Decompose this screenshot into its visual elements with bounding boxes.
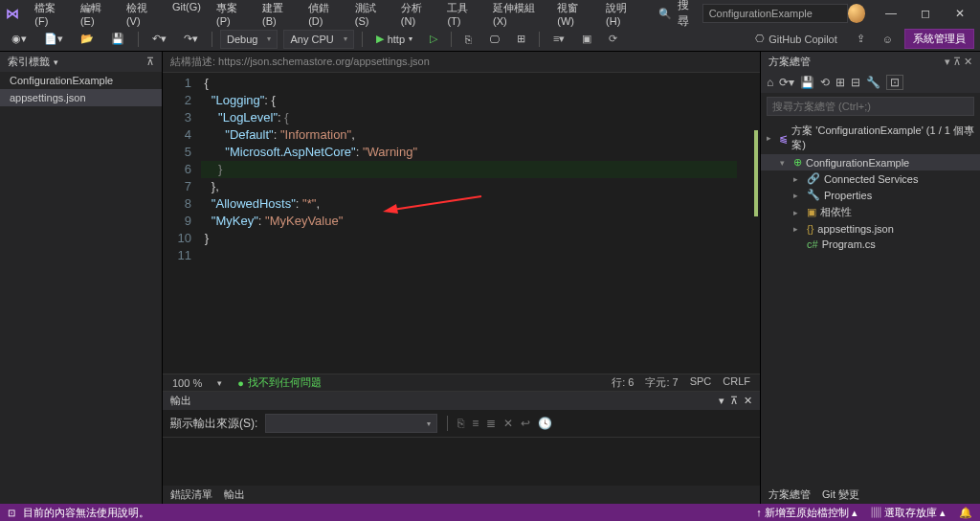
rp-home-icon[interactable]: ⌂ <box>767 76 773 89</box>
toolbar-icon-3[interactable]: ⊞ <box>511 30 531 49</box>
output-icon-5[interactable]: ↩ <box>521 417 530 430</box>
undo-button[interactable]: ↶▾ <box>146 30 172 49</box>
menu-debug[interactable]: 偵錯(D) <box>301 0 347 31</box>
output-body[interactable] <box>163 438 760 486</box>
menu-git[interactable]: Git(G) <box>165 0 209 31</box>
output-unpin-icon[interactable]: ⊼ <box>730 395 738 407</box>
zoom-level[interactable]: 100 % <box>172 377 202 389</box>
rp-showall-icon[interactable]: ⊞ <box>835 76 845 89</box>
menu-file[interactable]: 檔案(F) <box>27 0 73 31</box>
user-avatar[interactable] <box>848 4 865 23</box>
source-control-button[interactable]: ↑ 新增至原始檔控制 ▴ <box>756 506 858 520</box>
solution-search <box>767 97 974 116</box>
code-editor[interactable]: 1234567891011 { "Logging": { "LogLevel":… <box>163 73 760 374</box>
editor-status-bar: 100 % ▾ ● 找不到任何問題 行: 6 字元: 7 SPC CRLF <box>163 374 760 391</box>
left-tree-appsettings[interactable]: appsettings.json <box>0 89 162 106</box>
config-combo[interactable]: Debug <box>220 30 278 49</box>
status-message: 目前的內容無法使用說明。 <box>23 506 149 520</box>
open-button[interactable]: 📂 <box>75 30 100 49</box>
rp-pin-icon[interactable]: ▾ ⊼ ✕ <box>945 56 972 68</box>
solution-explorer: 方案總管 ▾ ⊼ ✕ ⌂ ⟳▾ 💾 ⟲ ⊞ ⊟ 🔧 ⊡ ▸⫹方案 'Config… <box>760 52 980 504</box>
start-nodbg-button[interactable]: ▷ <box>424 30 443 49</box>
platform-combo[interactable]: Any CPU <box>283 30 353 49</box>
properties-node[interactable]: ▸🔧Properties <box>761 187 980 203</box>
rp-view-icon[interactable]: ⊡ <box>886 75 903 90</box>
redo-button[interactable]: ↷▾ <box>178 30 204 49</box>
main-area: 索引標籤▾ ⊼ ConfigurationExample appsettings… <box>0 52 980 504</box>
menu-project[interactable]: 專案(P) <box>209 0 255 31</box>
menu-analyze[interactable]: 分析(N) <box>393 0 440 31</box>
copilot-indicator[interactable]: ⎔ GitHub Copilot <box>755 33 837 45</box>
output-title: 輸出 <box>170 394 191 408</box>
close-button[interactable]: ✕ <box>944 2 976 25</box>
main-menu: 檔案(F) 編輯(E) 檢視(V) Git(G) 專案(P) 建置(B) 偵錯(… <box>27 0 644 31</box>
left-tree-project[interactable]: ConfigurationExample <box>0 72 162 89</box>
output-pin-icon[interactable]: ▾ <box>719 395 724 407</box>
rp-collapse-icon[interactable]: ⊟ <box>851 76 860 89</box>
eol-mode[interactable]: CRLF <box>723 375 750 390</box>
pin-icon[interactable]: ⊼ <box>146 56 154 68</box>
output-icon-1[interactable]: ⎘ <box>457 417 464 430</box>
code-content[interactable]: { "Logging": { "LogLevel": { "Default": … <box>201 73 737 374</box>
menu-window[interactable]: 視窗(W) <box>549 0 598 31</box>
output-icon-3[interactable]: ≣ <box>486 417 496 430</box>
output-close-icon[interactable]: ✕ <box>744 395 752 407</box>
output-icon-4[interactable]: ✕ <box>503 417 513 430</box>
toolbar-icon-2[interactable]: 🖵 <box>483 30 505 49</box>
repo-select-button[interactable]: ▥ 選取存放庫 ▴ <box>871 506 946 520</box>
tab-git-changes[interactable]: Git 變更 <box>822 487 859 502</box>
menu-test[interactable]: 測試(S) <box>347 0 393 31</box>
start-button[interactable]: ▶http▾ <box>370 30 418 49</box>
menu-help[interactable]: 說明(H) <box>598 0 645 31</box>
output-icon-6[interactable]: 🕓 <box>538 417 552 430</box>
tab-error-list[interactable]: 錯誤清單 <box>170 487 212 502</box>
status-bar: ⊡ 目前的內容無法使用說明。 ↑ 新增至原始檔控制 ▴ ▥ 選取存放庫 ▴ 🔔 <box>0 504 980 521</box>
menu-tools[interactable]: 工具(T) <box>439 0 485 31</box>
solution-search-input[interactable] <box>767 97 974 116</box>
share-button[interactable]: ⇪ <box>851 30 871 49</box>
save-button[interactable]: 💾 <box>105 30 130 49</box>
toolbar-icon-4[interactable]: ≡▾ <box>547 30 570 49</box>
toolbar-icon-1[interactable]: ⎘ <box>459 30 478 49</box>
output-icon-2[interactable]: ≡ <box>472 417 479 430</box>
title-search-label: 搜尋 <box>678 0 697 30</box>
sln-node[interactable]: ▸⫹方案 'ConfigurationExample' (1 / 1 個專案) <box>761 122 980 154</box>
maximize-button[interactable]: ◻ <box>909 2 942 25</box>
menu-extensions[interactable]: 延伸模組(X) <box>485 0 549 31</box>
minimize-button[interactable]: — <box>875 2 907 25</box>
project-node[interactable]: ▾⊕ConfigurationExample <box>761 154 980 170</box>
rp-save-icon[interactable]: 💾 <box>800 76 814 89</box>
toolbar-icon-6[interactable]: ⟳ <box>603 30 623 49</box>
notifications-icon[interactable]: 🔔 <box>959 507 972 519</box>
rp-refresh-icon[interactable]: ⟲ <box>820 76 830 89</box>
rp-props-icon[interactable]: 🔧 <box>866 76 880 89</box>
issues-indicator[interactable]: ● 找不到任何問題 <box>237 375 322 390</box>
tab-output[interactable]: 輸出 <box>224 487 245 502</box>
cursor-col: 字元: 7 <box>645 375 678 390</box>
window-controls: — ◻ ✕ <box>875 2 976 25</box>
new-item-button[interactable]: 📄▾ <box>38 30 69 49</box>
menu-edit[interactable]: 編輯(E) <box>73 0 119 31</box>
connected-services-node[interactable]: ▸🔗Connected Services <box>761 170 980 187</box>
search-icon: 🔍 <box>658 8 672 20</box>
center-pane: 結構描述: https://json.schemastore.org/appse… <box>163 52 760 504</box>
left-pane-title[interactable]: 索引標籤▾ ⊼ <box>0 52 162 72</box>
indent-mode[interactable]: SPC <box>690 375 712 390</box>
schema-bar[interactable]: 結構描述: https://json.schemastore.org/appse… <box>163 52 760 73</box>
title-search-input[interactable] <box>702 4 848 23</box>
toolbar-icon-5[interactable]: ▣ <box>576 30 597 49</box>
program-node[interactable]: c#Program.cs <box>761 237 980 252</box>
left-pane: 索引標籤▾ ⊼ ConfigurationExample appsettings… <box>0 52 163 504</box>
nav-back-button[interactable]: ◉▾ <box>6 30 33 49</box>
dependencies-node[interactable]: ▸▣相依性 <box>761 203 980 221</box>
output-source-combo[interactable]: ▾ <box>265 414 437 433</box>
tab-solution-explorer[interactable]: 方案總管 <box>768 487 811 502</box>
menu-build[interactable]: 建置(B) <box>255 0 301 31</box>
feedback-button[interactable]: ☺ <box>877 30 899 49</box>
solution-toolbar: ⌂ ⟳▾ 💾 ⟲ ⊞ ⊟ 🔧 ⊡ <box>761 72 980 93</box>
rp-sync-icon[interactable]: ⟳▾ <box>779 76 794 89</box>
line-gutter: 1234567891011 <box>163 73 201 374</box>
menu-view[interactable]: 檢視(V) <box>119 0 165 31</box>
appsettings-node[interactable]: ▸{}appsettings.json <box>761 221 980 237</box>
admin-button[interactable]: 系統管理員 <box>904 29 974 49</box>
